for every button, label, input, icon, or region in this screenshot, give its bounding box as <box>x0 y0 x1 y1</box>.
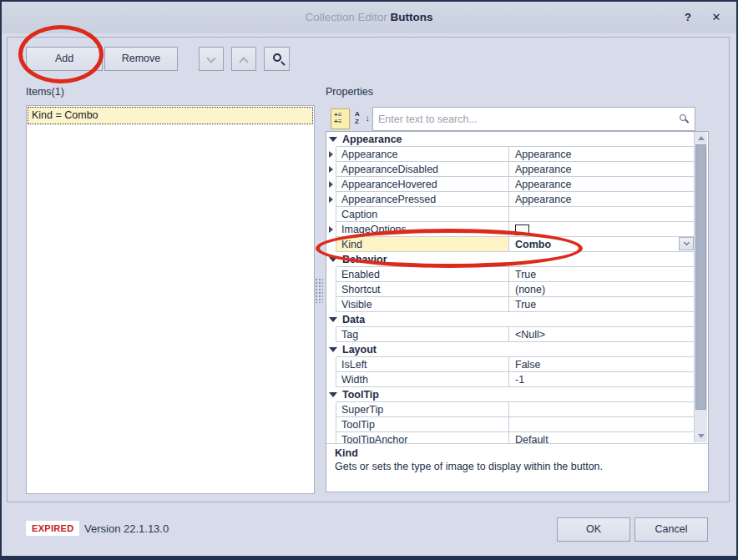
title-bar[interactable]: Collection Editor Buttons ? ✕ <box>2 2 736 33</box>
property-value[interactable]: False <box>509 357 695 372</box>
category-row-data[interactable]: Data <box>326 312 695 327</box>
expired-badge: EXPIRED <box>26 521 79 536</box>
expand-gutter[interactable] <box>326 222 336 237</box>
property-value[interactable]: (none) <box>509 282 695 297</box>
image-options-box[interactable] <box>515 225 529 235</box>
property-value[interactable]: Appearance <box>509 162 695 177</box>
property-label: ImageOptions <box>336 222 509 237</box>
property-label: Visible <box>336 297 509 312</box>
category-row-appearance[interactable]: Appearance <box>326 132 695 147</box>
property-row[interactable]: Enabled True <box>326 267 695 282</box>
property-label: Enabled <box>336 267 509 282</box>
scrollbar-thumb[interactable] <box>695 144 706 410</box>
property-label: AppearanceDisabled <box>336 162 509 177</box>
vertical-scrollbar[interactable] <box>694 132 707 442</box>
property-value[interactable]: Appearance <box>509 147 695 162</box>
property-row[interactable]: Visible True <box>326 297 695 312</box>
property-row[interactable]: Shortcut (none) <box>326 282 695 297</box>
version-label: Version 22.1.13.0 <box>84 522 169 535</box>
categorized-view-button[interactable]: +≡+≡ <box>331 108 350 129</box>
magnifier-icon <box>273 53 281 62</box>
property-row[interactable]: AppearanceHovered Appearance <box>326 177 695 192</box>
search-button[interactable] <box>264 47 290 71</box>
property-value[interactable] <box>509 222 695 237</box>
property-row[interactable]: SuperTip <box>326 402 695 417</box>
items-listbox[interactable]: Kind = Combo <box>26 105 315 494</box>
property-row[interactable]: AppearanceDisabled Appearance <box>326 162 695 177</box>
property-value[interactable]: Combo <box>509 237 695 252</box>
property-value[interactable]: True <box>509 297 695 312</box>
category-row-layout[interactable]: Layout <box>326 342 695 357</box>
property-row[interactable]: ToolTipAnchor Default <box>326 432 695 443</box>
category-row-tooltip[interactable]: ToolTip <box>326 387 695 402</box>
help-icon[interactable]: ? <box>680 9 696 26</box>
ok-button[interactable]: OK <box>557 517 630 542</box>
property-row[interactable]: ImageOptions <box>326 222 695 237</box>
property-row[interactable]: Appearance Appearance <box>326 147 695 162</box>
property-row[interactable]: Width -1 <box>326 372 695 387</box>
property-value[interactable] <box>509 402 695 417</box>
expand-arrow-icon <box>329 181 333 188</box>
property-value[interactable]: True <box>509 267 695 282</box>
collapse-arrow-icon[interactable] <box>329 392 337 397</box>
collapse-arrow-icon[interactable] <box>329 347 337 352</box>
collapse-arrow-icon[interactable] <box>329 317 337 322</box>
cancel-button[interactable]: Cancel <box>634 517 708 542</box>
property-label: SuperTip <box>336 402 509 417</box>
property-row[interactable]: Caption <box>326 207 695 222</box>
property-row[interactable]: AppearancePressed Appearance <box>326 192 695 207</box>
category-row-behavior[interactable]: Behavior <box>326 252 695 267</box>
items-header: Items(1) <box>26 86 64 98</box>
move-up-button[interactable] <box>231 47 256 71</box>
splitter-grip[interactable] <box>315 278 323 303</box>
property-value[interactable]: <Null> <box>509 327 695 342</box>
scroll-down-button[interactable] <box>695 430 707 442</box>
expand-gutter <box>326 402 336 417</box>
expand-gutter[interactable] <box>326 147 336 162</box>
expand-gutter[interactable] <box>326 192 336 207</box>
property-search-input[interactable] <box>378 108 670 129</box>
az-sort-icon: AZ <box>355 110 360 125</box>
expand-gutter <box>326 237 336 252</box>
magnifier-icon <box>680 114 686 121</box>
description-text: Gets or sets the type of image to displa… <box>335 461 700 472</box>
expand-gutter <box>326 207 336 222</box>
property-value[interactable]: -1 <box>509 372 695 387</box>
expand-arrow-icon <box>329 166 333 173</box>
close-icon[interactable]: ✕ <box>708 9 725 26</box>
property-value[interactable]: Default <box>509 432 695 443</box>
property-value[interactable] <box>509 207 695 222</box>
add-button[interactable]: Add <box>26 47 103 71</box>
dialog-title-prefix: Collection Editor <box>305 11 387 23</box>
chevron-down-icon <box>683 240 689 245</box>
collapse-arrow-icon[interactable] <box>329 257 337 262</box>
property-row-kind[interactable]: Kind Combo <box>326 237 695 252</box>
list-item[interactable]: Kind = Combo <box>28 107 313 124</box>
property-value[interactable] <box>509 417 695 432</box>
remove-button[interactable]: Remove <box>104 47 178 71</box>
property-value[interactable]: Appearance <box>509 192 695 207</box>
az-sort-arrow-icon: ↓ <box>366 113 371 123</box>
scroll-up-button[interactable] <box>695 132 707 144</box>
expand-gutter[interactable] <box>326 177 336 192</box>
property-label: Kind <box>336 237 509 252</box>
property-row[interactable]: IsLeft False <box>326 357 695 372</box>
collection-editor-dialog: Collection Editor Buttons ? ✕ Add Remove… <box>0 0 738 560</box>
property-row[interactable]: ToolTip <box>326 417 695 432</box>
property-label: Shortcut <box>336 282 509 297</box>
property-description: Kind Gets or sets the type of image to d… <box>326 443 708 492</box>
expand-arrow-icon <box>329 151 333 158</box>
property-value[interactable]: Appearance <box>509 177 695 192</box>
expand-gutter[interactable] <box>326 162 336 177</box>
property-label: AppearancePressed <box>336 192 509 207</box>
property-row[interactable]: Tag <Null> <box>326 327 695 342</box>
chevron-down-icon <box>206 53 215 63</box>
expand-gutter <box>326 282 336 297</box>
property-grid: Appearance Appearance Appearance Appeara… <box>326 131 709 492</box>
collapse-arrow-icon[interactable] <box>329 137 337 142</box>
property-grid-viewport[interactable]: Appearance Appearance Appearance Appeara… <box>326 132 695 443</box>
alphabetical-view-button[interactable]: AZ ↓ <box>352 108 372 129</box>
expand-gutter <box>326 357 336 372</box>
kind-dropdown-button[interactable] <box>679 237 694 250</box>
move-down-button[interactable] <box>199 47 224 71</box>
